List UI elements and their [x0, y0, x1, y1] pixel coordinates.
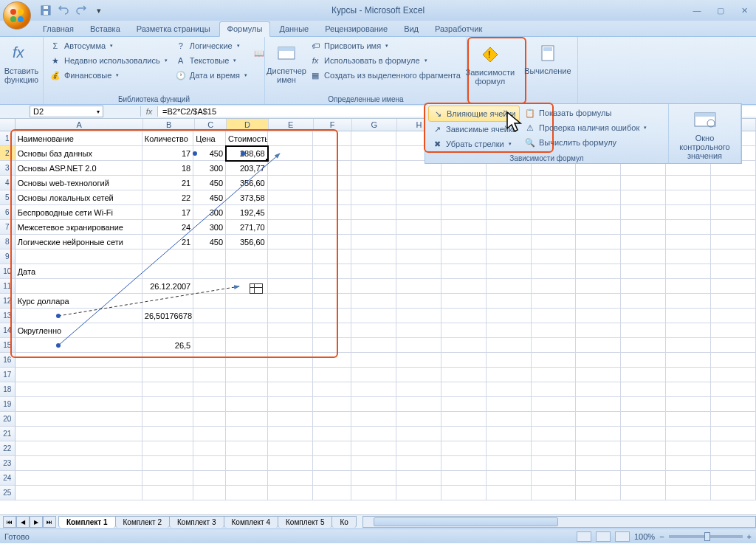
cell[interactable]	[193, 279, 226, 294]
cell[interactable]	[142, 382, 193, 397]
cell[interactable]	[711, 176, 756, 190]
cell[interactable]	[313, 205, 351, 220]
cell[interactable]	[193, 382, 226, 397]
cell[interactable]	[576, 441, 621, 456]
worksheet[interactable]: ABCDEFGHIJKLMNO 1НаименованиеКоличествоЦ…	[0, 119, 756, 514]
cell[interactable]	[576, 368, 621, 382]
cell[interactable]	[532, 264, 577, 279]
column-header[interactable]: F	[314, 119, 352, 131]
cell[interactable]	[313, 146, 351, 161]
cell[interactable]	[268, 471, 313, 486]
cell[interactable]	[226, 427, 268, 441]
cell[interactable]	[666, 486, 711, 500]
cell[interactable]: 356,60	[226, 176, 268, 190]
cell[interactable]	[268, 220, 313, 235]
save-icon[interactable]	[38, 3, 53, 18]
cell[interactable]	[268, 190, 313, 205]
cell[interactable]	[711, 412, 756, 427]
cell[interactable]	[666, 323, 711, 338]
cell[interactable]	[621, 368, 666, 382]
row-header[interactable]: 25	[0, 486, 16, 500]
cell[interactable]	[142, 249, 193, 264]
cell[interactable]	[313, 279, 351, 294]
cell[interactable]	[666, 249, 711, 264]
cell[interactable]	[666, 382, 711, 397]
cell[interactable]	[441, 441, 487, 456]
row-header[interactable]: 6	[0, 205, 16, 220]
row-header[interactable]: 14	[0, 323, 16, 338]
row-header[interactable]: 18	[0, 382, 16, 397]
cell[interactable]	[313, 249, 351, 264]
cell[interactable]	[396, 294, 441, 309]
cell[interactable]	[193, 353, 226, 368]
cell[interactable]	[351, 205, 396, 220]
cell[interactable]	[193, 486, 226, 500]
row-header[interactable]: 7	[0, 220, 16, 235]
cell[interactable]	[313, 412, 351, 427]
cell[interactable]	[396, 279, 441, 294]
cell[interactable]	[532, 220, 577, 235]
cell[interactable]	[576, 205, 621, 220]
show-formulas-button[interactable]: 📋Показать формулы	[521, 106, 650, 120]
cell[interactable]	[711, 456, 756, 471]
insert-function-button[interactable]: fx Вставить функцию	[3, 38, 40, 104]
cell[interactable]	[441, 338, 487, 353]
cell[interactable]	[487, 205, 532, 220]
zoom-out-button[interactable]: −	[659, 532, 664, 541]
cell[interactable]	[16, 353, 142, 368]
cell[interactable]	[441, 456, 487, 471]
tab-nav-last[interactable]: ⏭	[43, 516, 56, 528]
cell[interactable]	[487, 456, 532, 471]
cell[interactable]	[268, 131, 313, 146]
cell[interactable]	[666, 353, 711, 368]
cell[interactable]	[226, 323, 268, 338]
cell[interactable]	[268, 249, 313, 264]
cell[interactable]	[487, 249, 532, 264]
recent-button[interactable]: ★Недавно использовались▾	[47, 53, 171, 68]
cell[interactable]	[313, 323, 351, 338]
row-header[interactable]: 21	[0, 427, 16, 441]
row-header[interactable]: 2	[0, 146, 16, 161]
cell[interactable]	[711, 249, 756, 264]
cell[interactable]	[487, 294, 532, 309]
cell[interactable]	[487, 486, 532, 500]
cell[interactable]	[532, 471, 577, 486]
cell[interactable]	[532, 427, 577, 441]
cell[interactable]	[621, 249, 666, 264]
cell[interactable]	[487, 412, 532, 427]
financial-button[interactable]: 💰Финансовые▾	[47, 68, 171, 83]
cell[interactable]	[441, 190, 487, 205]
cell[interactable]	[396, 456, 441, 471]
cell[interactable]	[351, 382, 396, 397]
page-break-view-button[interactable]	[615, 531, 630, 542]
cell[interactable]	[396, 427, 441, 441]
zoom-level[interactable]: 100%	[634, 532, 655, 541]
cell[interactable]	[268, 427, 313, 441]
cell[interactable]	[396, 220, 441, 235]
cell[interactable]	[226, 486, 268, 500]
cell[interactable]	[441, 471, 487, 486]
cell[interactable]	[193, 427, 226, 441]
cell[interactable]	[666, 338, 711, 353]
cell[interactable]: 192,45	[226, 205, 268, 220]
cell[interactable]	[441, 427, 487, 441]
cell[interactable]	[711, 264, 756, 279]
cell[interactable]	[666, 264, 711, 279]
cell[interactable]	[576, 176, 621, 190]
cell[interactable]	[226, 368, 268, 382]
cell[interactable]: Стоимость	[226, 131, 268, 146]
cell[interactable]	[142, 368, 193, 382]
cell[interactable]: Основы локальных сетей	[16, 190, 142, 205]
cell[interactable]: 26,5	[142, 338, 193, 353]
cell[interactable]: 373,58	[226, 190, 268, 205]
cell[interactable]	[313, 190, 351, 205]
cell[interactable]	[142, 353, 193, 368]
cell[interactable]	[487, 220, 532, 235]
ribbon-tab-5[interactable]: Рецензирование	[317, 22, 395, 36]
cell[interactable]: Наименование	[16, 131, 142, 146]
cell[interactable]	[351, 412, 396, 427]
column-header[interactable]: E	[269, 119, 314, 131]
ribbon-tab-3[interactable]: Формулы	[219, 21, 271, 37]
row-header[interactable]: 12	[0, 294, 16, 309]
cell[interactable]	[142, 397, 193, 412]
